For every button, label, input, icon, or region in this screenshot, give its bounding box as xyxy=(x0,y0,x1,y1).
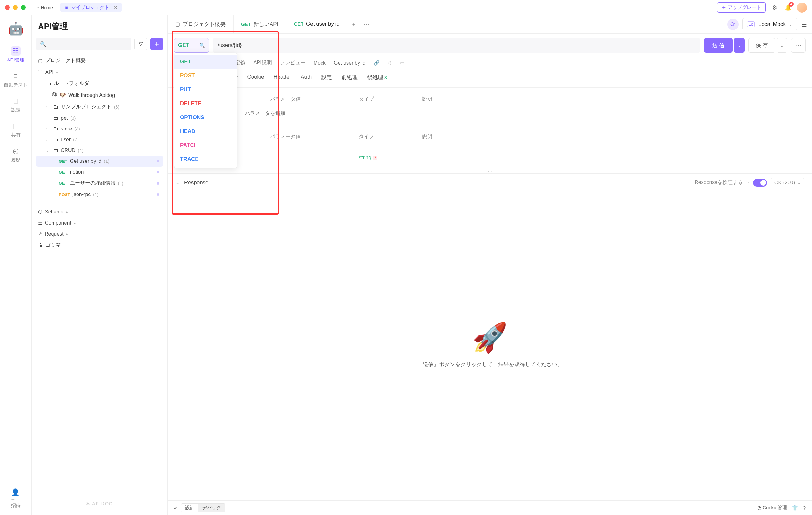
method-option-trace[interactable]: TRACE xyxy=(174,152,237,166)
method-option-patch[interactable]: PATCH xyxy=(174,138,237,152)
code-icon[interactable]: ⟨⟩ xyxy=(388,60,392,66)
tree-folder[interactable]: ›🗀user(7) xyxy=(36,134,163,145)
shirt-icon[interactable]: 👕 xyxy=(792,505,798,511)
mode-design[interactable]: 設計 xyxy=(181,504,198,512)
more-button[interactable]: ⋯ xyxy=(791,38,806,53)
response-status-select[interactable]: OK (200)⌄ xyxy=(771,178,804,187)
reqtab-post[interactable]: 後処理3 xyxy=(367,74,387,84)
subtab-apidesc[interactable]: API説明 xyxy=(254,59,272,66)
reqtab-auth[interactable]: Auth xyxy=(301,74,312,84)
env-badge: Lo xyxy=(747,21,755,27)
add-tab-button[interactable]: ＋ xyxy=(347,21,360,28)
chevron-right-icon: ▸ xyxy=(66,232,70,236)
cookie-manage-button[interactable]: ◔ Cookie管理 xyxy=(757,505,787,511)
tree-folder[interactable]: ›🗀store(4) xyxy=(36,124,163,134)
save-button[interactable]: 保 存 xyxy=(748,38,775,53)
chevron-down-icon[interactable]: ⌄ xyxy=(175,179,180,186)
tab-label: プロジェクト概要 xyxy=(182,21,226,28)
notifications-button[interactable]: 🔔 4 xyxy=(784,3,792,12)
tab-new-api[interactable]: GET新しいAPI xyxy=(234,15,286,33)
tree-root-folder[interactable]: 🗀ルートフォルダー xyxy=(36,78,163,89)
subtab-mock[interactable]: Mock xyxy=(314,60,326,66)
chevron-right-icon: ▸ xyxy=(66,210,70,214)
chevron-right-icon: › xyxy=(46,116,51,120)
add-param-input[interactable] xyxy=(245,111,327,116)
send-button[interactable]: 送 信 xyxy=(704,38,733,53)
settings-icon: ⊞ xyxy=(11,96,21,106)
tree-endpoint[interactable]: ›GETGet user by id(1) xyxy=(36,156,163,167)
rail-history[interactable]: ◴履歴 xyxy=(11,146,21,163)
method-option-put[interactable]: PUT xyxy=(174,83,237,97)
upgrade-button[interactable]: ✦ アップグレード xyxy=(717,2,766,13)
tree-request[interactable]: ↗Request▸ xyxy=(36,228,163,240)
rail-share[interactable]: ▤共有 xyxy=(11,121,21,138)
response-resize-handle[interactable]: ⋯ xyxy=(168,170,812,173)
home-button[interactable]: ⌂ Home xyxy=(33,3,57,12)
rail-autotest[interactable]: ≡自動テスト xyxy=(4,71,28,88)
mode-segment: 設計 デバッグ xyxy=(181,503,225,512)
minimize-window-icon[interactable] xyxy=(13,5,18,10)
reqtab-cookie[interactable]: Cookie xyxy=(247,74,264,84)
url-input[interactable]: /users/{id} xyxy=(213,38,700,53)
doc-icon[interactable]: ▭ xyxy=(400,60,404,66)
close-tab-icon[interactable]: ✕ xyxy=(114,5,118,10)
tree-api-root[interactable]: ⬚API▾ xyxy=(36,66,163,78)
reqtab-pre[interactable]: 前処理 xyxy=(342,74,357,84)
tree-component[interactable]: ☰Component▸ xyxy=(36,217,163,228)
method-option-get[interactable]: GET xyxy=(174,55,237,69)
panel-toggle-button[interactable]: ☰ xyxy=(801,21,807,28)
tree-endpoint[interactable]: ›GETユーザーの詳細情報(1) xyxy=(36,178,163,189)
rail-api[interactable]: ☷API管理 xyxy=(7,46,24,63)
save-dropdown-button[interactable]: ⌄ xyxy=(777,38,787,53)
tree-folder[interactable]: ›🗀サンプルプロジェクト(6) xyxy=(36,101,163,113)
maximize-window-icon[interactable] xyxy=(21,5,26,10)
method-select[interactable]: GET 🔍 xyxy=(174,38,209,53)
reqtab-header[interactable]: Header xyxy=(273,74,291,84)
tree-endpoint[interactable]: GETnotion xyxy=(36,167,163,178)
tree-label: ルートフォルダー xyxy=(54,80,94,87)
method-tag: GET xyxy=(241,22,251,27)
project-tab[interactable]: ▣ マイプロジェクト ✕ xyxy=(60,3,121,12)
tab-label: Get user by id xyxy=(306,21,340,27)
mode-debug[interactable]: デバッグ xyxy=(198,504,225,512)
env-refresh-button[interactable]: ⟳ xyxy=(727,19,738,30)
rail-invite[interactable]: 👤⁺招待 xyxy=(11,492,21,509)
close-window-icon[interactable] xyxy=(5,5,10,10)
rail-settings[interactable]: ⊞設定 xyxy=(11,96,21,113)
tree-trash[interactable]: 🗑ゴミ箱 xyxy=(36,240,163,251)
env-select[interactable]: LoLocal Mock⌄ xyxy=(743,18,798,30)
query-add-row[interactable] xyxy=(175,106,804,121)
link-icon[interactable]: 🔗 xyxy=(374,60,380,66)
filter-button[interactable]: ▽ xyxy=(135,38,147,50)
help-icon[interactable]: ? xyxy=(803,505,806,511)
subtab-preview[interactable]: プレビュー xyxy=(280,59,306,66)
validate-toggle[interactable] xyxy=(753,179,767,187)
path-param-row[interactable]: ✓ id 1 string* xyxy=(175,150,804,165)
method-option-head[interactable]: HEAD xyxy=(174,125,237,138)
settings-button[interactable]: ⚙ xyxy=(770,3,779,12)
tab-overview[interactable]: ▢プロジェクト概要 xyxy=(168,15,234,33)
add-button[interactable]: ＋ xyxy=(150,38,163,50)
help-icon[interactable]: ? xyxy=(747,180,749,186)
method-option-options[interactable]: OPTIONS xyxy=(174,111,237,125)
tree-schema[interactable]: ⬡Schema▸ xyxy=(36,206,163,217)
tree-folder[interactable]: ⌄🗀CRUD(4) xyxy=(36,145,163,156)
tree-endpoint[interactable]: ›POSTjson-rpc(1) xyxy=(36,189,163,200)
status-dot-icon xyxy=(157,182,159,185)
collapse-icon[interactable]: « xyxy=(174,505,177,511)
method-option-post[interactable]: POST xyxy=(174,69,237,83)
tree-folder[interactable]: ›🗀pet(3) xyxy=(36,113,163,124)
tab-get-user[interactable]: GETGet user by id xyxy=(286,15,347,33)
reqtab-settings[interactable]: 設定 xyxy=(321,74,332,84)
main-panel: ▢プロジェクト概要 GET新しいAPI GETGet user by id ＋ … xyxy=(168,15,812,515)
method-option-delete[interactable]: DELETE xyxy=(174,97,237,111)
search-input[interactable]: 🔍 xyxy=(36,38,131,50)
param-value[interactable]: 1 xyxy=(270,155,359,161)
tabs-more-button[interactable]: ⋯ xyxy=(360,21,373,28)
path-header-row: パラメータ名 パラメータ値 タイプ 説明 xyxy=(175,130,804,150)
avatar[interactable] xyxy=(797,3,807,13)
send-dropdown-button[interactable]: ⌄ xyxy=(734,38,745,53)
tree-overview[interactable]: ▢プロジェクト概要 xyxy=(36,55,163,66)
post-count: 3 xyxy=(384,75,387,80)
tree-walk[interactable]: Ⓜ🐶Walk through Apidog xyxy=(36,89,163,101)
